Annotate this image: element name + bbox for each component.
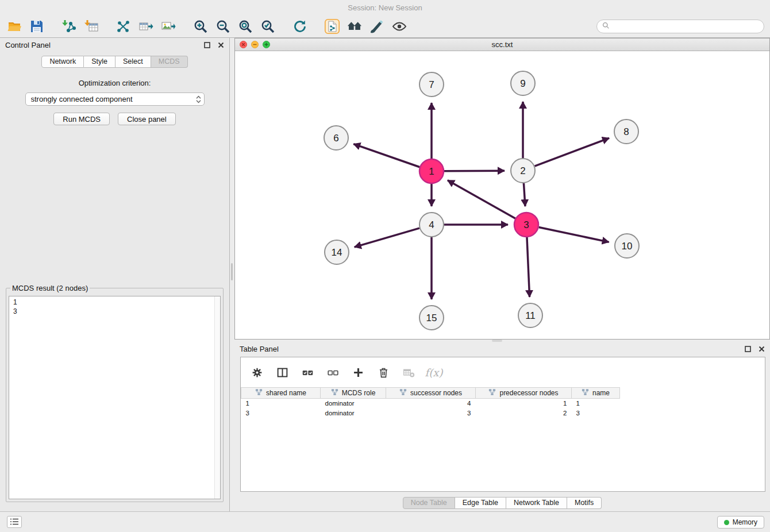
refresh-layout-icon[interactable]: [291, 18, 309, 35]
save-session-icon[interactable]: [28, 18, 45, 35]
column-label: name: [592, 389, 610, 397]
zoom-out-icon[interactable]: [214, 18, 232, 35]
splitter-grip[interactable]: [231, 263, 233, 280]
delete-table-icon[interactable]: [402, 365, 415, 379]
memory-status-dot: [724, 520, 729, 525]
memory-button[interactable]: Memory: [717, 516, 764, 529]
eye-icon[interactable]: [391, 18, 408, 35]
export-table-icon[interactable]: [137, 18, 155, 35]
zoom-in-icon[interactable]: [192, 18, 209, 35]
import-table-icon[interactable]: [83, 18, 100, 35]
column-header-successor-nodes[interactable]: successor nodes: [386, 388, 476, 399]
tab-mcds[interactable]: MCDS: [151, 56, 188, 68]
table-toolbar: f(x): [241, 357, 765, 387]
close-panel-icon[interactable]: [218, 42, 224, 48]
column-header-MCDS-role[interactable]: MCDS role: [321, 388, 386, 399]
graph-edge-3-1[interactable]: [448, 180, 515, 218]
graph-node-15[interactable]: 15: [419, 306, 444, 330]
table-cell[interactable]: 3: [386, 408, 476, 418]
column-header-name[interactable]: name: [572, 388, 620, 399]
table-cell[interactable]: 1: [572, 399, 620, 408]
network-overview-icon[interactable]: [324, 18, 341, 35]
table-cell[interactable]: 2: [476, 408, 572, 418]
open-session-icon[interactable]: [6, 18, 23, 35]
zoom-window-icon[interactable]: [263, 41, 270, 48]
import-network-icon[interactable]: [60, 18, 78, 35]
float-table-panel-icon[interactable]: [745, 346, 751, 352]
graph-node-8[interactable]: 8: [614, 119, 638, 144]
graph-edge-3-10[interactable]: [539, 228, 609, 242]
column-header-shared-name[interactable]: shared name: [241, 388, 321, 399]
optimization-label: Optimization criterion:: [0, 79, 229, 87]
graph-node-4[interactable]: 4: [419, 213, 444, 237]
close-table-panel-icon[interactable]: [759, 346, 765, 352]
table-cell[interactable]: 3: [241, 408, 321, 418]
table-panel-header: Table Panel: [234, 342, 770, 356]
search-input[interactable]: [613, 22, 759, 31]
table-tab-network-table[interactable]: Network Table: [506, 497, 567, 509]
paint-icon[interactable]: [368, 18, 386, 35]
export-image-icon[interactable]: [160, 18, 177, 35]
graph-node-11[interactable]: 11: [518, 303, 542, 327]
new-network-icon[interactable]: [115, 18, 132, 35]
panel-splitter[interactable]: [230, 38, 234, 511]
graph-edge-2-3[interactable]: [523, 183, 525, 206]
table-tab-edge-table[interactable]: Edge Table: [455, 497, 506, 509]
graph-edge-4-14[interactable]: [355, 228, 419, 247]
graph-node-10[interactable]: 10: [615, 234, 639, 258]
result-scrollbar[interactable]: [214, 296, 220, 499]
table-cell[interactable]: dominator: [321, 399, 386, 408]
svg-text:2: 2: [520, 165, 525, 176]
network-canvas[interactable]: 7968124314101511: [235, 51, 769, 339]
table-tab-motifs[interactable]: Motifs: [567, 497, 602, 509]
graph-edge-3-11[interactable]: [527, 237, 530, 297]
graph-node-7[interactable]: 7: [419, 72, 444, 97]
table-cell[interactable]: 3: [572, 408, 620, 418]
tab-network[interactable]: Network: [41, 56, 84, 68]
float-panel-icon[interactable]: [204, 42, 210, 48]
graph-edge-2-8[interactable]: [535, 138, 609, 166]
graph-node-9[interactable]: 9: [511, 71, 535, 95]
run-mcds-button[interactable]: Run MCDS: [53, 113, 110, 125]
table-cell[interactable]: dominator: [321, 408, 386, 418]
graph-node-1[interactable]: 1: [419, 159, 444, 183]
deselect-all-icon[interactable]: [326, 365, 340, 379]
zoom-fit-icon[interactable]: [237, 18, 254, 35]
select-all-icon[interactable]: [301, 365, 314, 379]
columns-icon[interactable]: [275, 365, 289, 379]
graph-node-14[interactable]: 14: [325, 240, 349, 264]
graph-node-3[interactable]: 3: [514, 213, 538, 237]
control-panel-title: Control Panel: [5, 41, 51, 49]
optimization-select[interactable]: strongly connected component: [25, 92, 205, 106]
close-panel-button[interactable]: Close panel: [118, 113, 176, 125]
mcds-result-text[interactable]: 1 3: [9, 296, 221, 499]
search-box[interactable]: [596, 20, 764, 33]
graph-node-2[interactable]: 2: [511, 159, 535, 183]
table-row: 3dominator323: [241, 408, 620, 418]
close-window-icon[interactable]: [240, 41, 247, 48]
toolbar-group: [324, 18, 408, 35]
optimization-select-value: strongly connected component: [31, 95, 194, 103]
gear-icon[interactable]: [250, 365, 264, 379]
table-cell[interactable]: 4: [386, 399, 476, 408]
function-icon[interactable]: f(x): [427, 365, 441, 379]
table-cell[interactable]: 1: [476, 399, 572, 408]
table-tab-node-table[interactable]: Node Table: [403, 497, 455, 509]
toolbar-group: [6, 18, 45, 35]
task-history-button[interactable]: [7, 516, 22, 528]
tab-style[interactable]: Style: [84, 56, 116, 68]
graph-edge-1-6[interactable]: [353, 144, 419, 167]
table-cell[interactable]: 1: [241, 399, 321, 408]
delete-row-icon[interactable]: [376, 365, 390, 379]
network-window-titlebar[interactable]: scc.txt: [235, 38, 769, 51]
add-row-icon[interactable]: [351, 365, 365, 379]
zoom-selected-icon[interactable]: [259, 18, 276, 35]
graph-edge-1-2[interactable]: [444, 171, 505, 171]
graph-node-6[interactable]: 6: [324, 126, 348, 150]
search-icon: [602, 21, 610, 32]
minimize-window-icon[interactable]: [251, 41, 259, 48]
svg-text:14: 14: [332, 247, 342, 258]
home-icon[interactable]: [346, 18, 363, 35]
column-header-predecessor-nodes[interactable]: predecessor nodes: [476, 388, 572, 399]
tab-select[interactable]: Select: [116, 56, 151, 68]
